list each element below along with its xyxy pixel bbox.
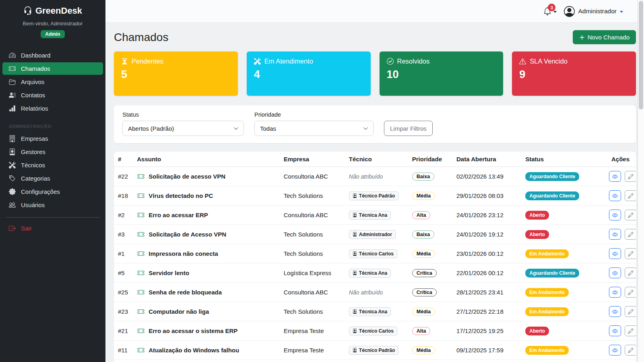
sidebar-item-logout[interactable]: Sair (2, 222, 103, 234)
ticket-status: Aguardando Cliente (522, 167, 603, 186)
sidebar-item-contatos[interactable]: Contatos (2, 89, 103, 101)
view-ticket-button[interactable] (609, 267, 621, 278)
nav-icon (9, 52, 16, 59)
sidebar-item-relatorios[interactable]: Relatórios (2, 102, 103, 115)
table-row: #11 Atualização do Windows falhou Empres… (114, 341, 636, 360)
stat-card: Resolvidos 10 (380, 51, 504, 96)
sidebar-item-empresas[interactable]: Empresas (2, 132, 103, 145)
sidebar-item-chamados[interactable]: Chamados (2, 62, 103, 75)
chevron-down-icon (233, 126, 239, 131)
ticket-id: #5 (114, 263, 134, 283)
priority-badge: Média (412, 192, 435, 200)
ticket-icon (137, 250, 145, 257)
stat-card: Pendentes 5 (114, 51, 238, 96)
edit-ticket-button[interactable] (625, 345, 636, 356)
sidebar-item-label: Contatos (21, 92, 45, 99)
ticket-subject: Solicitação de Acesso VPN (149, 231, 226, 238)
technician-badge: Técnico Carlos (349, 327, 397, 335)
ticket-technician: Técnica Ana (346, 206, 409, 225)
ticket-opened-date: 22/01/2026 00:12 (453, 263, 522, 283)
ticket-company: Consultoria ABC (281, 206, 346, 225)
page-scrollbar[interactable] (638, 0, 644, 362)
sidebar-item-configuracoes[interactable]: Configurações (2, 185, 103, 198)
ticket-subject: Servidor lento (149, 269, 189, 276)
sidebar-admin-menu: Empresas Gestores Técnicos Categorias Co… (0, 132, 105, 212)
clear-filters-button[interactable]: Limpar Filtros (384, 121, 433, 136)
ticket-technician: Técnico Carlos (346, 244, 409, 263)
ticket-company: Empresa Teste (281, 341, 346, 360)
user-menu-button[interactable]: Administrador (564, 6, 623, 17)
technician-badge: Técnica Ana (349, 307, 391, 316)
ticket-id: #23 (114, 302, 134, 321)
priority-select[interactable]: Todas (254, 121, 374, 136)
view-ticket-button[interactable] (609, 190, 621, 201)
table-row: #21 Erro ao acessar o sistema ERP Empres… (114, 321, 636, 341)
ticket-priority: Alta (409, 321, 453, 341)
stat-icon (387, 58, 394, 65)
stat-label: Em Atendimento (264, 58, 313, 65)
ticket-id: #2 (114, 206, 134, 225)
ticket-priority: Crítica (409, 283, 453, 302)
sidebar-item-label: Categorias (21, 175, 50, 182)
sidebar-item-categorias[interactable]: Categorias (2, 172, 103, 185)
ticket-priority: Média (409, 341, 453, 360)
pencil-icon (628, 232, 634, 237)
nav-icon (9, 65, 16, 72)
user-name: Administrador (578, 8, 617, 15)
ticket-technician: Técnico Padrão (346, 186, 409, 206)
person-badge-icon (353, 213, 357, 217)
view-ticket-button[interactable] (609, 248, 621, 259)
edit-ticket-button[interactable] (625, 267, 636, 278)
table-row: #23 Computador não liga Tech Solutions T… (114, 302, 636, 321)
sidebar-item-arquivos[interactable]: Arquivos (2, 76, 103, 88)
edit-ticket-button[interactable] (625, 229, 636, 240)
view-ticket-button[interactable] (609, 171, 621, 182)
view-ticket-button[interactable] (609, 345, 621, 356)
table-row: #10 Computador não liga Consultoria ABC … (114, 360, 636, 362)
edit-ticket-button[interactable] (625, 325, 636, 336)
sidebar-item-label: Dashboard (21, 52, 50, 59)
ticket-id: #11 (114, 341, 134, 360)
view-ticket-button[interactable] (609, 287, 621, 298)
edit-ticket-button[interactable] (625, 287, 636, 298)
ticket-status: Aberto (522, 206, 603, 225)
priority-badge: Alta (412, 211, 431, 219)
ticket-opened-date: 29/01/2026 08:03 (453, 186, 522, 206)
tickets-table: #AssuntoEmpresaTécnicoPrioridadeData Abe… (114, 152, 636, 362)
view-ticket-button[interactable] (609, 229, 621, 240)
view-ticket-button[interactable] (609, 210, 621, 220)
table-row: #1 Impressora não conecta Tech Solutions… (114, 244, 636, 263)
scrollbar-thumb[interactable] (639, 1, 643, 109)
status-badge: Em Andamento (525, 307, 569, 316)
ticket-icon (137, 327, 145, 334)
status-filter-label: Status (122, 111, 244, 118)
edit-ticket-button[interactable] (625, 210, 636, 220)
ticket-technician: Administrador (346, 225, 409, 244)
ticket-opened-date: 27/12/2025 22:18 (453, 302, 522, 321)
pencil-icon (628, 309, 634, 315)
sidebar-item-label: Relatórios (21, 105, 48, 112)
tickets-table-panel: #AssuntoEmpresaTécnicoPrioridadeData Abe… (114, 152, 636, 362)
ticket-opened-date: 24/01/2026 23:12 (453, 206, 522, 225)
edit-ticket-button[interactable] (625, 248, 636, 259)
edit-ticket-button[interactable] (625, 190, 636, 201)
view-ticket-button[interactable] (609, 325, 621, 336)
ticket-technician: Técnica Ana (346, 302, 409, 321)
sidebar-item-tecnicos[interactable]: Técnicos (2, 159, 103, 171)
sidebar-item-usuarios[interactable]: Usuários (2, 199, 103, 211)
new-ticket-button[interactable]: Novo Chamado (573, 30, 636, 44)
nav-icon (9, 135, 16, 142)
notifications-button[interactable]: 3 (543, 7, 557, 15)
sidebar-item-gestores[interactable]: Gestores (2, 146, 103, 158)
view-ticket-button[interactable] (609, 306, 621, 317)
app-root: GreenDesk Bem-vindo, Administrador Admin… (0, 0, 644, 362)
ticket-status: Aberto (522, 225, 603, 244)
status-select[interactable]: Abertos (Padrão) (122, 121, 244, 136)
edit-ticket-button[interactable] (625, 171, 636, 182)
stat-card: Em Atendimento 4 (247, 51, 371, 96)
sidebar-item-dashboard[interactable]: Dashboard (2, 49, 103, 62)
eye-icon (612, 193, 618, 199)
edit-ticket-button[interactable] (625, 306, 636, 317)
nav-icon (9, 202, 16, 208)
table-row: #5 Servidor lento Logística Express Técn… (114, 263, 636, 283)
